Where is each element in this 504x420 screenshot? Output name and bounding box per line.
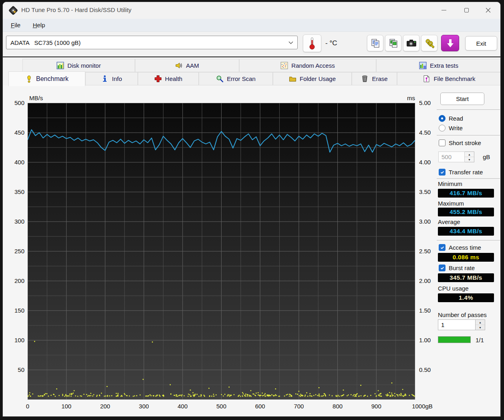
burst-rate-checkbox[interactable] <box>439 265 446 271</box>
xlabs-tick: 900 <box>371 403 381 410</box>
ylabs-left-tick: 450 <box>3 129 24 136</box>
tab-disk-monitor[interactable]: Disk monitor <box>22 59 135 72</box>
tab-aam[interactable]: AAM <box>135 59 239 72</box>
ylabs-left-tick: 150 <box>3 307 24 314</box>
temperature-button[interactable] <box>303 34 321 52</box>
menu-file[interactable]: File <box>8 21 23 29</box>
spin-up-icon[interactable]: ▲ <box>465 152 474 157</box>
write-label: Write <box>449 125 463 131</box>
maximize-icon <box>464 8 469 12</box>
close-button[interactable] <box>479 2 497 18</box>
benchmark-panel: Start Read Write Short stroke 500 ▲ ▼ <box>435 85 501 417</box>
minimize-icon <box>442 10 446 10</box>
drive-select-value: ADATA SC735 (1000 gB) <box>10 39 81 46</box>
read-radio-row[interactable]: Read <box>439 115 463 122</box>
ylabs-right-tick: 2.50 <box>419 248 431 254</box>
passes-label: Number of passes <box>438 311 487 318</box>
divider <box>437 135 500 135</box>
spinner-buttons[interactable]: ▲ ▼ <box>465 151 474 162</box>
copy-image-button[interactable] <box>385 35 401 51</box>
spinner-buttons[interactable]: ▲ ▼ <box>476 319 485 330</box>
tab-info[interactable]: Info <box>85 72 138 85</box>
ylabs-right-tick: 1.50 <box>419 307 431 314</box>
xlabs-tick: 500 <box>216 403 226 410</box>
drive-select[interactable]: ADATA SC735 (1000 gB) <box>6 36 298 49</box>
tab-label: Info <box>112 75 122 82</box>
divider <box>437 109 500 110</box>
access-time-row[interactable]: Access time <box>439 244 481 251</box>
tab-label: Folder Usage <box>300 75 336 82</box>
short-stroke-value[interactable]: 500 <box>438 151 465 162</box>
burst-rate-label: Burst rate <box>449 265 475 271</box>
ylabs-left-tick: 200 <box>3 277 24 284</box>
check-icon <box>440 245 445 250</box>
screenshot-button[interactable] <box>403 35 419 51</box>
download-icon <box>446 38 455 48</box>
tab-extra-tests[interactable]: Extra tests <box>376 59 501 72</box>
tab-label: Health <box>165 75 182 82</box>
tab-error-scan[interactable]: Error Scan <box>199 72 273 85</box>
spin-down-icon[interactable]: ▼ <box>476 325 485 330</box>
thermometer-icon <box>308 37 316 50</box>
ylabs-left-tick: 500 <box>3 99 24 106</box>
exit-label: Exit <box>476 40 486 47</box>
tab-label: AAM <box>186 62 199 69</box>
title-bar: HD Tune Pro 5.70 - Hard Disk/SSD Utility <box>3 2 500 19</box>
xlabs-tick: 1000gB <box>412 403 433 410</box>
tab-benchmark[interactable]: Benchmark <box>8 71 85 86</box>
transfer-rate-checkbox[interactable] <box>439 169 446 176</box>
tab-folder-usage[interactable]: Folder Usage <box>273 72 352 85</box>
read-radio[interactable] <box>439 115 446 122</box>
copy-text-button[interactable] <box>367 35 383 51</box>
maximize-button[interactable] <box>457 2 476 18</box>
red-cross-icon <box>154 75 162 83</box>
app-window: HD Tune Pro 5.70 - Hard Disk/SSD Utility… <box>2 2 501 417</box>
capture-button[interactable] <box>441 35 459 51</box>
burst-rate-row[interactable]: Burst rate <box>439 265 475 271</box>
speaker-icon <box>175 62 183 69</box>
ylabs-left-tick: 300 <box>3 218 24 225</box>
start-button[interactable]: Start <box>440 93 484 105</box>
ylabs-right-tick: 4.00 <box>419 159 431 166</box>
maximum-value: 455.2 MB/s <box>438 208 494 216</box>
pass-progress-text: 1/1 <box>476 337 484 343</box>
short-stroke-checkbox[interactable] <box>439 139 446 146</box>
extra-tests-icon <box>419 62 427 69</box>
xlabs-tick: 700 <box>294 403 304 410</box>
short-stroke-spinner[interactable]: 500 ▲ ▼ <box>438 151 474 162</box>
spin-up-icon[interactable]: ▲ <box>476 320 485 325</box>
xlabs-tick: 200 <box>100 403 110 410</box>
exit-button[interactable]: Exit <box>465 36 497 50</box>
tab-label: Random Access <box>291 62 335 69</box>
write-radio-row[interactable]: Write <box>439 125 463 131</box>
access-time-checkbox[interactable] <box>439 244 446 251</box>
tab-erase[interactable]: Erase <box>352 72 397 85</box>
spin-down-icon[interactable]: ▼ <box>465 157 474 162</box>
tab-file-benchmark[interactable]: File Benchmark <box>397 72 501 85</box>
write-radio[interactable] <box>439 125 446 131</box>
tab-random-access[interactable]: Random Access <box>239 59 376 72</box>
check-icon <box>440 266 445 271</box>
tab-row-top: Disk monitor AAM Random Access Extra t <box>3 59 500 72</box>
copy-image-icon <box>388 38 399 48</box>
ylabs-left-tick: 50 <box>3 366 24 373</box>
copy-text-icon <box>370 38 381 48</box>
ylabs-left-tick: 400 <box>3 159 24 166</box>
tab-health[interactable]: Health <box>138 72 199 85</box>
average-label: Average <box>438 218 460 225</box>
options-button[interactable] <box>421 35 437 51</box>
transfer-rate-row[interactable]: Transfer rate <box>439 169 483 176</box>
scatter-icon <box>280 62 288 69</box>
access-time-label: Access time <box>449 244 481 251</box>
tab-label: Erase <box>372 75 387 82</box>
ylabs-right-tick: 4.50 <box>419 129 431 136</box>
start-label: Start <box>456 95 469 102</box>
transfer-rate-label: Transfer rate <box>449 169 483 176</box>
menu-help[interactable]: Help <box>30 21 48 29</box>
passes-value[interactable]: 1 <box>438 319 476 330</box>
short-stroke-row[interactable]: Short stroke <box>439 139 481 146</box>
minimize-button[interactable] <box>435 2 453 18</box>
benchmark-content: MB/s ms 50045040035030025020015010050 5.… <box>3 85 500 417</box>
chevron-down-icon <box>288 41 293 44</box>
passes-spinner[interactable]: 1 ▲ ▼ <box>438 319 485 330</box>
